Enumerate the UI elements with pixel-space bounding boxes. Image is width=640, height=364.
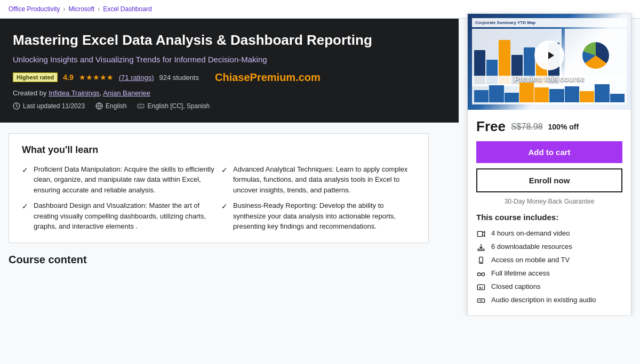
infinity-icon xyxy=(476,270,486,278)
includes-title: This course includes: xyxy=(476,213,622,222)
includes-lifetime: Full lifetime access xyxy=(476,267,622,280)
check-icon-3: ✓ xyxy=(221,165,228,196)
audio-icon xyxy=(476,296,486,305)
includes-download-text: 6 downloadable resources xyxy=(491,242,572,250)
guarantee-text: 30-Day Money-Back Guarantee xyxy=(476,198,622,205)
enroll-now-button[interactable]: Enroll now xyxy=(476,168,622,192)
learn-item-4: ✓ Business-Ready Reporting: Develop the … xyxy=(221,200,415,232)
course-preview[interactable]: Corporate Summary YTD Map xyxy=(468,14,631,110)
learn-text-1: Proficient Data Manipulation: Acquire th… xyxy=(34,164,216,196)
hero-info-row: Last updated 11/2023 English CC English … xyxy=(13,102,446,110)
course-subtitle: Unlocking Insights and Visualizing Trend… xyxy=(13,55,429,64)
breadcrumb-excel[interactable]: Excel Dashboard xyxy=(103,5,151,13)
svg-rect-5 xyxy=(478,249,484,250)
svg-text:CC: CC xyxy=(139,105,142,108)
breadcrumb-microsoft[interactable]: Microsoft xyxy=(68,5,94,13)
play-button[interactable] xyxy=(534,41,564,70)
last-updated-text: Last updated 11/2023 xyxy=(23,102,85,110)
svg-rect-4 xyxy=(477,231,482,236)
check-icon-4: ✓ xyxy=(221,201,228,232)
captions-item: CC English [CC], Spanish xyxy=(137,102,210,110)
highest-rated-badge: Highest rated xyxy=(13,72,58,82)
sidebar-card: Corporate Summary YTD Map xyxy=(467,13,631,316)
clock-icon xyxy=(13,102,20,110)
svg-point-7 xyxy=(481,262,481,263)
authors-prefix: Created by xyxy=(13,89,47,97)
preview-label: Preview this course xyxy=(514,75,585,83)
rating-stars: ★★★★★ xyxy=(79,73,114,82)
includes-captions: Closed captions xyxy=(476,280,622,294)
author-anjan[interactable]: Anjan Banerjee xyxy=(103,89,150,97)
course-content-heading: Course content xyxy=(9,254,429,266)
includes-download: 6 downloadable resources xyxy=(476,240,622,254)
author-infidea[interactable]: Infidea Trainings xyxy=(49,89,99,97)
sidebar: Corporate Summary YTD Map xyxy=(459,19,640,316)
students-count: 924 students xyxy=(159,74,199,82)
check-icon-2: ✓ xyxy=(22,201,28,232)
language-item: English xyxy=(95,102,126,110)
captions-icon xyxy=(476,283,486,292)
learn-text-2: Dashboard Design and Visualization: Mast… xyxy=(34,200,216,232)
pricing-section: Free S$78.98 100% off Add to cart Enroll… xyxy=(468,110,631,316)
mobile-icon xyxy=(476,256,486,265)
course-title: Mastering Excel Data Analysis & Dashboar… xyxy=(13,31,429,50)
download-icon xyxy=(476,243,486,252)
learn-heading: What you'll learn xyxy=(22,144,415,156)
check-icon-1: ✓ xyxy=(22,165,28,196)
price-free: Free xyxy=(476,118,506,135)
includes-list: 4 hours on-demand video 6 downloadable r… xyxy=(476,227,622,307)
learn-box: What you'll learn ✓ Proficient Data Mani… xyxy=(9,133,429,243)
main-content: Mastering Excel Data Analysis & Dashboar… xyxy=(0,19,459,316)
price-discount: 100% off xyxy=(548,123,579,131)
breadcrumb-office[interactable]: Office Productivity xyxy=(9,5,60,13)
rating-score: 4.9 xyxy=(63,73,73,82)
includes-lifetime-text: Full lifetime access xyxy=(491,269,550,277)
learn-item-3: ✓ Advanced Analytical Techniques: Learn … xyxy=(221,164,415,196)
language-text: English xyxy=(106,102,126,110)
learn-grid: ✓ Proficient Data Manipulation: Acquire … xyxy=(22,164,415,232)
includes-audio: Audio description in existing audio xyxy=(476,294,622,307)
learn-text-3: Advanced Analytical Techniques: Learn to… xyxy=(233,164,415,196)
body-section: What you'll learn ✓ Proficient Data Mani… xyxy=(0,123,437,282)
watermark: ChiasePremium.com xyxy=(215,71,321,84)
svg-rect-8 xyxy=(477,285,484,289)
price-row: Free S$78.98 100% off xyxy=(476,118,622,135)
breadcrumb-sep1: › xyxy=(63,5,65,13)
includes-mobile: Access on mobile and TV xyxy=(476,254,622,267)
includes-captions-text: Closed captions xyxy=(491,282,541,290)
globe-icon xyxy=(95,102,103,110)
price-original: S$78.98 xyxy=(511,122,543,132)
video-icon xyxy=(476,230,486,238)
learn-item-2: ✓ Dashboard Design and Visualization: Ma… xyxy=(22,200,216,232)
authors-line: Created by Infidea Trainings, Anjan Bane… xyxy=(13,89,446,97)
includes-audio-text: Audio description in existing audio xyxy=(491,296,596,304)
ratings-count[interactable]: (71 ratings) xyxy=(119,74,154,82)
last-updated: Last updated 11/2023 xyxy=(13,102,85,110)
cc-icon: CC xyxy=(137,102,145,110)
hero-section: Mastering Excel Data Analysis & Dashboar… xyxy=(0,19,459,123)
preview-overlay[interactable]: Preview this course xyxy=(468,14,631,110)
add-to-cart-button[interactable]: Add to cart xyxy=(476,141,622,163)
learn-text-4: Business-Ready Reporting: Develop the ab… xyxy=(233,200,415,232)
play-icon xyxy=(544,49,557,62)
captions-text: English [CC], Spanish xyxy=(147,102,210,110)
learn-item-1: ✓ Proficient Data Manipulation: Acquire … xyxy=(22,164,216,196)
breadcrumb-sep2: › xyxy=(98,5,100,13)
includes-mobile-text: Access on mobile and TV xyxy=(491,256,570,264)
includes-video-text: 4 hours on-demand video xyxy=(491,229,570,237)
includes-video: 4 hours on-demand video xyxy=(476,227,622,240)
hero-meta: Highest rated 4.9 ★★★★★ (71 ratings) 924… xyxy=(13,71,446,84)
